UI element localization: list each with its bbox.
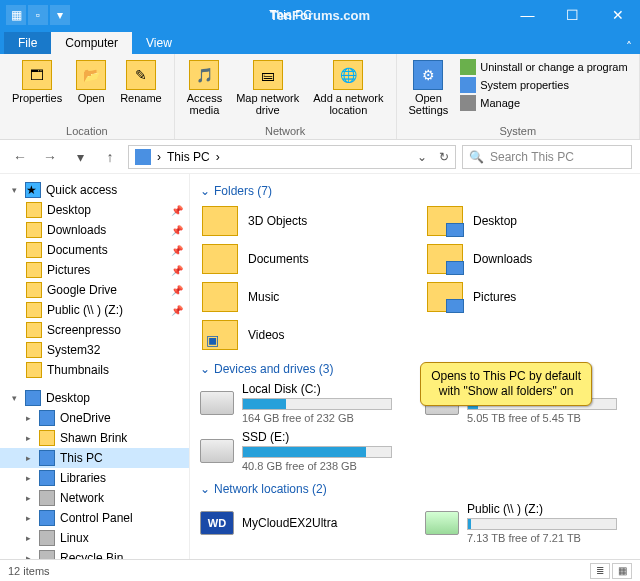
content-pane[interactable]: Folders (7) 3D ObjectsDesktopDocumentsDo…	[190, 174, 640, 559]
group-label: Network	[183, 123, 388, 137]
tab-view[interactable]: View	[132, 32, 186, 54]
close-button[interactable]: ✕	[595, 0, 640, 30]
qat-item[interactable]: ▫	[28, 5, 48, 25]
folder-icon	[26, 322, 42, 338]
address-dropdown-icon[interactable]: ⌄	[417, 150, 427, 164]
up-button[interactable]: ↑	[98, 145, 122, 169]
folder-icon	[26, 362, 42, 378]
minimize-button[interactable]: —	[505, 0, 550, 30]
pc-icon	[135, 149, 151, 165]
view-large-icon[interactable]: ▦	[612, 563, 632, 579]
drive-icon	[200, 439, 234, 463]
tree-item[interactable]: System32	[0, 340, 189, 360]
chevron-right-icon[interactable]: ▸	[22, 553, 34, 559]
tree-item[interactable]: Public (\\ ) (Z:)📌	[0, 300, 189, 320]
tree-item[interactable]: ▸Control Panel	[0, 508, 189, 528]
chevron-right-icon[interactable]: ▸	[22, 413, 34, 423]
folder-item[interactable]: Music	[200, 280, 405, 314]
folder-item[interactable]: Videos	[200, 318, 405, 352]
folder-item[interactable]: Desktop	[425, 204, 630, 238]
forward-button[interactable]: →	[38, 145, 62, 169]
uninstall-button[interactable]: Uninstall or change a program	[458, 58, 629, 76]
folder-label: Desktop	[473, 214, 517, 228]
add-net-icon: 🌐	[333, 60, 363, 90]
open-button[interactable]: 📂Open	[72, 58, 110, 123]
usage-bar	[242, 446, 392, 458]
ribbon-tabs: File Computer View ˄	[0, 30, 640, 54]
add-network-button[interactable]: 🌐Add a network location	[309, 58, 387, 123]
tree-item[interactable]: ▸Recycle Bin	[0, 548, 189, 559]
ribbon-collapse-icon[interactable]: ˄	[618, 40, 640, 54]
folder-item[interactable]: 3D Objects	[200, 204, 405, 238]
tree-item[interactable]: Thumbnails	[0, 360, 189, 380]
tree-item[interactable]: ▸Linux	[0, 528, 189, 548]
folder-item[interactable]: Downloads	[425, 242, 630, 276]
system-properties-button[interactable]: System properties	[458, 76, 629, 94]
tab-file[interactable]: File	[4, 32, 51, 54]
open-icon: 📂	[76, 60, 106, 90]
chevron-right-icon[interactable]: ▸	[22, 433, 34, 443]
properties-icon: 🗔	[22, 60, 52, 90]
system-small-stack: Uninstall or change a program System pro…	[458, 58, 629, 123]
breadcrumb-root[interactable]: This PC	[167, 150, 210, 164]
search-box[interactable]: 🔍 Search This PC	[462, 145, 632, 169]
tree-quick-access[interactable]: ▾ ★ Quick access	[0, 180, 189, 200]
folder-icon	[39, 470, 55, 486]
recent-dropdown[interactable]: ▾	[68, 145, 92, 169]
map-drive-button[interactable]: 🖴Map network drive	[232, 58, 303, 123]
address-bar[interactable]: › This PC › ⌄ ↻	[128, 145, 456, 169]
chevron-down-icon[interactable]: ▾	[8, 393, 20, 403]
folder-icon	[26, 222, 42, 238]
tree-item[interactable]: ▸This PC	[0, 448, 189, 468]
netloc-item[interactable]: WDMyCloudEX2Ultra	[200, 502, 405, 544]
manage-button[interactable]: Manage	[458, 94, 629, 112]
view-details-icon[interactable]: ≣	[590, 563, 610, 579]
chevron-down-icon[interactable]: ▾	[8, 185, 20, 195]
drive-item[interactable]: SSD (E:)40.8 GB free of 238 GB	[200, 430, 405, 472]
tree-item[interactable]: Google Drive📌	[0, 280, 189, 300]
nav-tree[interactable]: ▾ ★ Quick access Desktop📌Downloads📌Docum…	[0, 174, 190, 559]
sysprops-icon	[460, 77, 476, 93]
folder-icon	[427, 206, 463, 236]
netloc-item[interactable]: Public (\\ ) (Z:)7.13 TB free of 7.21 TB	[425, 502, 630, 544]
tree-item[interactable]: Pictures📌	[0, 260, 189, 280]
tree-item[interactable]: ▸Libraries	[0, 468, 189, 488]
properties-button[interactable]: 🗔Properties	[8, 58, 66, 123]
pin-icon: 📌	[171, 205, 183, 216]
qat-dropdown[interactable]: ▾	[50, 5, 70, 25]
section-network[interactable]: Network locations (2)	[200, 478, 630, 502]
tree-item[interactable]: Desktop📌	[0, 200, 189, 220]
tree-item[interactable]: Documents📌	[0, 240, 189, 260]
tree-item[interactable]: ▸OneDrive	[0, 408, 189, 428]
body: ▾ ★ Quick access Desktop📌Downloads📌Docum…	[0, 174, 640, 559]
folder-icon	[427, 282, 463, 312]
ribbon: 🗔Properties 📂Open ✎Rename Location 🎵Acce…	[0, 54, 640, 140]
chevron-right-icon[interactable]: ▸	[22, 473, 34, 483]
maximize-button[interactable]: ☐	[550, 0, 595, 30]
tree-item[interactable]: ▸Shawn Brink	[0, 428, 189, 448]
tab-computer[interactable]: Computer	[51, 32, 132, 54]
chevron-right-icon[interactable]: ▸	[22, 513, 34, 523]
netloc-grid: WDMyCloudEX2UltraPublic (\\ ) (Z:)7.13 T…	[200, 502, 630, 544]
chevron-right-icon[interactable]: ▸	[22, 493, 34, 503]
folder-icon	[26, 202, 42, 218]
gear-icon: ⚙	[413, 60, 443, 90]
refresh-icon[interactable]: ↻	[433, 150, 449, 164]
tree-item[interactable]: Screenpresso	[0, 320, 189, 340]
back-button[interactable]: ←	[8, 145, 32, 169]
rename-button[interactable]: ✎Rename	[116, 58, 166, 123]
folder-icon	[39, 510, 55, 526]
status-bar: 12 items ≣ ▦	[0, 559, 640, 581]
open-settings-button[interactable]: ⚙Open Settings	[405, 58, 453, 123]
chevron-right-icon[interactable]: ▸	[22, 453, 34, 463]
folder-label: Videos	[248, 328, 284, 342]
folder-item[interactable]: Documents	[200, 242, 405, 276]
access-media-button[interactable]: 🎵Access media	[183, 58, 226, 123]
tree-item[interactable]: ▸Network	[0, 488, 189, 508]
tree-item[interactable]: Downloads📌	[0, 220, 189, 240]
drive-item[interactable]: Local Disk (C:)164 GB free of 232 GB	[200, 382, 405, 424]
folder-item[interactable]: Pictures	[425, 280, 630, 314]
chevron-right-icon[interactable]: ▸	[22, 533, 34, 543]
section-folders[interactable]: Folders (7)	[200, 180, 630, 204]
tree-desktop-root[interactable]: ▾ Desktop	[0, 388, 189, 408]
